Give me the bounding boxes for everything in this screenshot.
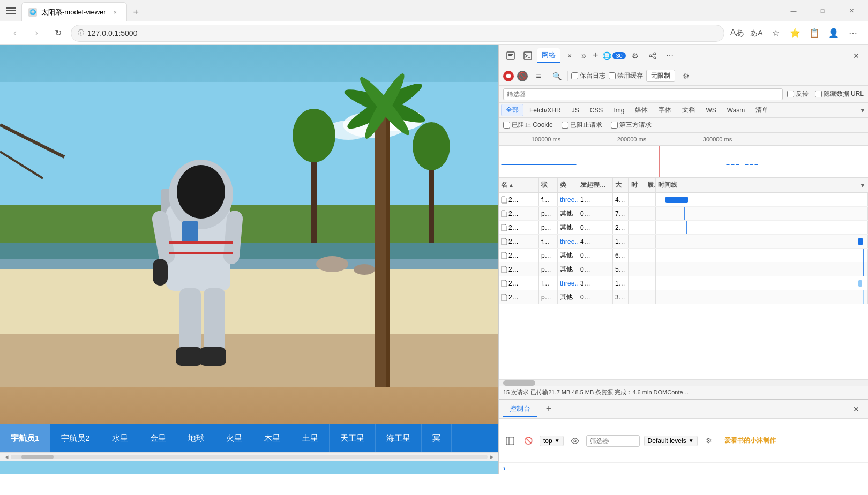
dt-sort-btn[interactable]: ▼ <box>859 107 866 114</box>
dt-connections-btn[interactable] <box>645 48 660 63</box>
col-name-header[interactable]: 名 ▲ <box>499 178 539 192</box>
disable-cache-checkbox[interactable]: 禁用缓存 <box>609 71 643 80</box>
address-text: 127.0.0.1:5000 <box>87 29 137 38</box>
browser-menu-icon[interactable] <box>4 4 17 17</box>
dt-search-icon[interactable]: 🔍 <box>549 69 564 84</box>
type-img[interactable]: Img <box>609 105 629 116</box>
table-row[interactable]: 2… p… 其他 0… 5… <box>499 262 868 276</box>
dt-more-tabs[interactable]: » <box>579 51 588 61</box>
read-mode-icon[interactable]: あA <box>748 25 765 42</box>
table-row[interactable]: 2… p… 其他 0… 6… <box>499 249 868 262</box>
dt-network-close[interactable]: × <box>562 48 577 63</box>
toolbar-settings-btn[interactable]: ⚙ <box>678 69 693 84</box>
new-tab-btn[interactable]: + <box>127 3 145 21</box>
tab-venus[interactable]: 金星 <box>139 424 177 452</box>
dt-elements-btn[interactable] <box>503 48 518 63</box>
type-js[interactable]: JS <box>567 105 584 116</box>
filter-input[interactable] <box>503 88 783 100</box>
table-row[interactable]: 2… p… 其他 0… 3… <box>499 290 868 304</box>
blocked-cookie-checkbox[interactable]: 已阻止 Cookie <box>503 121 553 130</box>
dt-console-icon[interactable] <box>520 48 535 63</box>
favorites-icon[interactable]: ⭐ <box>787 25 804 42</box>
tab-astronaut2[interactable]: 宇航员2 <box>50 424 101 452</box>
console-inspect-btn[interactable] <box>503 434 517 448</box>
dt-network-tab[interactable]: 网络 <box>537 48 560 63</box>
tab-astronaut1[interactable]: 宇航员1 <box>0 424 50 452</box>
collections-icon[interactable]: 📋 <box>806 25 823 42</box>
invert-checkbox[interactable]: 反转 <box>787 89 809 99</box>
console-settings-btn[interactable]: ⚙ <box>702 434 716 448</box>
console-levels-btn[interactable]: Default levels ▼ <box>644 436 698 446</box>
console-top-select[interactable]: top ▼ <box>540 436 564 446</box>
console-filter-input[interactable] <box>586 435 640 447</box>
tab-mercury[interactable]: 水星 <box>101 424 139 452</box>
h-scrollbar[interactable]: ◂ ▸ <box>0 452 498 461</box>
active-tab[interactable]: 🌐 太阳系-model-viewer × <box>21 2 127 21</box>
dt-filter-icon[interactable]: ≡ <box>531 69 546 84</box>
table-row[interactable]: 2… p… 其他 0… 7… <box>499 207 868 221</box>
console-clear-btn[interactable]: 🚫 <box>521 434 535 448</box>
tab-close-btn[interactable]: × <box>110 8 120 17</box>
user-icon[interactable]: 👤 <box>825 25 842 42</box>
hide-data-url-checkbox[interactable]: 隐藏数据 URL <box>815 89 864 99</box>
star-icon[interactable]: ☆ <box>767 25 784 42</box>
type-all[interactable]: 全部 <box>501 104 523 116</box>
third-party-checkbox[interactable]: 第三方请求 <box>611 121 652 130</box>
col-priority-header[interactable]: 履… <box>645 178 656 192</box>
dt-table-body[interactable]: 2… f… three… 1… 4… 2… <box>499 193 868 379</box>
col-status-header[interactable]: 状 <box>539 178 558 192</box>
type-ws[interactable]: WS <box>701 105 721 116</box>
tab-earth[interactable]: 地球 <box>177 424 215 452</box>
back-btn[interactable]: ‹ <box>6 25 24 42</box>
translate-icon[interactable]: Aあ <box>729 25 746 42</box>
dt-more-options-btn[interactable]: ⋯ <box>662 48 677 63</box>
scene <box>0 45 498 424</box>
more-options-icon[interactable]: ⋯ <box>844 25 862 42</box>
tab-neptune[interactable]: 海王星 <box>376 424 422 452</box>
col-time-header[interactable]: 时 <box>629 178 645 192</box>
dt-record-btn[interactable]: ⏺ <box>503 71 514 81</box>
blocked-request-checkbox[interactable]: 已阻止请求 <box>562 121 602 130</box>
table-row[interactable]: 2… f… three… 4… 1… <box>499 235 868 249</box>
table-h-scrollbar[interactable] <box>499 379 868 386</box>
tab-uranus[interactable]: 天王星 <box>330 424 376 452</box>
type-fetch-xhr[interactable]: Fetch/XHR <box>525 105 566 116</box>
refresh-btn[interactable]: ↻ <box>49 25 66 42</box>
forward-btn[interactable]: › <box>28 25 45 42</box>
dt-settings-btn[interactable]: ⚙ <box>628 48 643 63</box>
type-wasm[interactable]: Wasm <box>722 105 750 116</box>
dt-clear-btn[interactable]: 🚫 <box>517 71 528 81</box>
type-font[interactable]: 字体 <box>654 104 676 116</box>
maximize-btn[interactable]: □ <box>810 2 835 19</box>
console-eye-btn[interactable] <box>568 434 582 448</box>
tab-mars[interactable]: 火星 <box>215 424 253 452</box>
viewport: 宇航员1 宇航员2 水星 金星 地球 火星 木星 <box>0 45 498 474</box>
console-add-tab[interactable]: + <box>541 402 556 417</box>
address-bar[interactable]: ⓘ 127.0.0.1:5000 <box>71 25 724 42</box>
col-size-header[interactable]: 大 <box>613 178 629 192</box>
preserve-log-checkbox[interactable]: 保留日志 <box>571 71 605 80</box>
console-input[interactable] <box>509 464 864 472</box>
col-waterfall-header[interactable]: 时间线 <box>656 178 857 192</box>
type-manifest[interactable]: 清单 <box>751 104 773 116</box>
dt-chart <box>499 146 868 178</box>
table-row[interactable]: 2… p… 其他 0… 2… <box>499 221 868 235</box>
close-btn[interactable]: ✕ <box>839 2 864 19</box>
tab-jupiter[interactable]: 木星 <box>253 424 291 452</box>
type-media[interactable]: 媒体 <box>630 104 653 116</box>
dt-close-btn[interactable]: ✕ <box>849 48 864 63</box>
type-css[interactable]: CSS <box>585 105 608 116</box>
console-tab[interactable]: 控制台 <box>503 402 537 417</box>
col-type-header[interactable]: 类 <box>558 178 578 192</box>
dt-add-panel[interactable]: + <box>590 50 601 61</box>
col-init-header[interactable]: 发起程… <box>578 178 613 192</box>
tab-pluto[interactable]: 冥 <box>422 424 452 452</box>
minimize-btn[interactable]: — <box>781 2 806 19</box>
type-doc[interactable]: 文档 <box>677 104 700 116</box>
table-row[interactable]: 2… f… three… 1… 4… <box>499 193 868 207</box>
table-row[interactable]: 2… f… three… 3… 1… <box>499 276 868 290</box>
throttle-select[interactable]: 无限制 <box>646 70 675 82</box>
tab-saturn[interactable]: 土星 <box>291 424 330 452</box>
console-close-btn[interactable]: ✕ <box>849 402 864 417</box>
svg-rect-33 <box>182 221 198 243</box>
